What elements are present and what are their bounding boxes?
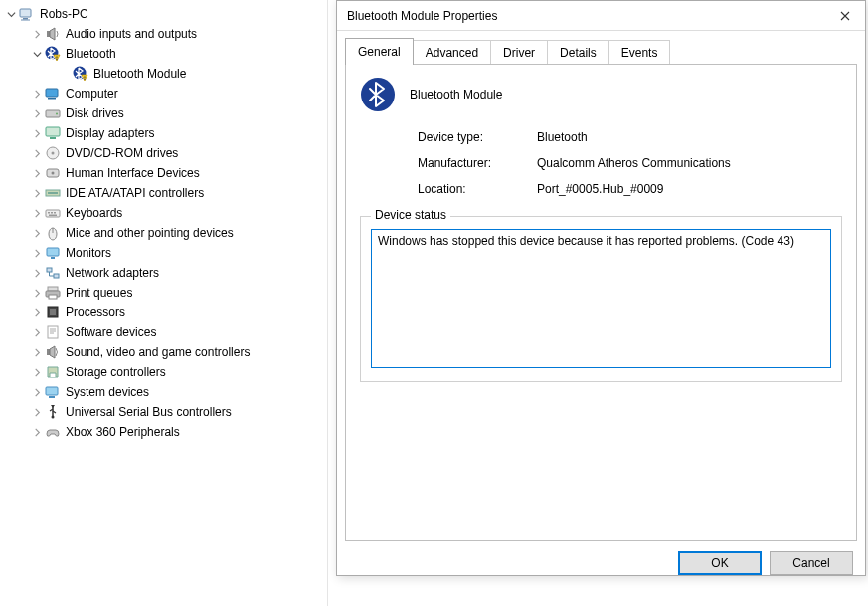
svg-rect-40 — [46, 387, 58, 395]
tree-item-label: Bluetooth — [66, 47, 116, 61]
tree-item[interactable]: DVD/CD-ROM drives — [2, 143, 327, 163]
manufacturer-value: Qualcomm Atheros Communications — [537, 156, 842, 170]
diskdrive-icon — [44, 105, 62, 121]
tree-item[interactable]: Processors — [2, 303, 327, 322]
tab-details[interactable]: Details — [547, 40, 609, 65]
xbox-icon — [44, 424, 62, 440]
close-button[interactable] — [825, 1, 865, 31]
svg-rect-29 — [47, 248, 59, 256]
tree-item[interactable]: Mice and other pointing devices — [2, 223, 327, 243]
tab-panel-general: Bluetooth Module Device type: Bluetooth … — [345, 64, 857, 541]
chevron-right-icon[interactable] — [30, 266, 44, 280]
tab-driver[interactable]: Driver — [490, 40, 548, 65]
tab-advanced[interactable]: Advanced — [413, 40, 491, 65]
device-header: Bluetooth Module — [360, 77, 842, 112]
tree-root-row[interactable]: Robs-PC — [2, 4, 327, 24]
svg-rect-2 — [21, 20, 30, 21]
tree-item[interactable]: Storage controllers — [2, 362, 327, 382]
chevron-right-icon[interactable] — [30, 365, 44, 379]
tab-events[interactable]: Events — [608, 40, 671, 65]
location-value: Port_#0005.Hub_#0009 — [537, 182, 842, 196]
tree-item-label: Display adapters — [66, 126, 154, 140]
svg-rect-6 — [57, 59, 58, 60]
storage-icon — [44, 364, 62, 380]
chevron-right-icon[interactable] — [30, 106, 44, 120]
cancel-button[interactable]: Cancel — [770, 551, 853, 575]
tree-item[interactable]: Xbox 360 Peripherals — [2, 422, 327, 442]
tree-item-label: Software devices — [66, 325, 156, 339]
tree-item[interactable]: System devices — [2, 382, 327, 402]
tree-item-label: Keyboards — [66, 206, 122, 220]
chevron-right-icon[interactable] — [30, 206, 44, 220]
tree-item[interactable]: Universal Serial Bus controllers — [2, 402, 327, 422]
svg-rect-31 — [47, 268, 52, 272]
device-tree[interactable]: Robs-PC Audio inputs and outputsBluetoot… — [0, 0, 328, 606]
device-name: Bluetooth Module — [410, 88, 502, 101]
svg-rect-1 — [23, 18, 28, 20]
svg-rect-11 — [48, 98, 56, 100]
tree-item[interactable]: Software devices — [2, 322, 327, 342]
chevron-down-icon[interactable] — [4, 7, 18, 21]
tree-item-label: DVD/CD-ROM drives — [66, 146, 178, 160]
tree-item[interactable]: IDE ATA/ATAPI controllers — [2, 183, 327, 203]
chevron-right-icon[interactable] — [30, 345, 44, 359]
tab-general[interactable]: General — [345, 38, 414, 65]
chevron-right-icon[interactable] — [30, 126, 44, 140]
tree-item-label: Bluetooth Module — [93, 67, 186, 81]
chevron-right-icon[interactable] — [30, 425, 44, 439]
svg-point-42 — [52, 416, 55, 419]
tree-item[interactable]: Display adapters — [2, 123, 327, 143]
chevron-right-icon[interactable] — [30, 166, 44, 180]
chevron-right-icon[interactable] — [30, 286, 44, 300]
tree-item[interactable]: Audio inputs and outputs — [2, 24, 327, 44]
system-icon — [44, 384, 62, 400]
tree-item-label: Computer — [66, 87, 118, 101]
tree-item[interactable]: Network adapters — [2, 263, 327, 283]
tree-item-label: Monitors — [66, 246, 111, 260]
display-icon — [44, 125, 62, 141]
tree-item[interactable]: Monitors — [2, 243, 327, 263]
tree-item[interactable]: Disk drives — [2, 103, 327, 123]
svg-rect-26 — [49, 215, 57, 217]
ok-button[interactable]: OK — [678, 551, 762, 575]
usb-icon — [44, 404, 62, 420]
tree-item[interactable]: Keyboards — [2, 203, 327, 223]
tree-item-label: IDE ATA/ATAPI controllers — [66, 186, 204, 200]
chevron-right-icon[interactable] — [30, 305, 44, 319]
chevron-right-icon[interactable] — [30, 325, 44, 339]
tree-item-label: Network adapters — [66, 266, 159, 280]
tree-item[interactable]: Bluetooth — [2, 44, 327, 64]
device-status-textbox[interactable] — [371, 229, 831, 368]
chevron-down-icon[interactable] — [30, 47, 44, 61]
hid-icon — [44, 165, 62, 181]
property-grid: Device type: Bluetooth Manufacturer: Qua… — [360, 130, 842, 196]
chevron-right-icon[interactable] — [30, 405, 44, 419]
chevron-right-icon[interactable] — [30, 226, 44, 240]
bluetooth-warn-icon — [44, 46, 62, 62]
tree-item-label: Universal Serial Bus controllers — [66, 405, 232, 419]
chevron-right-icon[interactable] — [30, 385, 44, 399]
tree-item[interactable]: Sound, video and game controllers — [2, 342, 327, 362]
tree-item-label: Audio inputs and outputs — [66, 27, 197, 41]
tree-item[interactable]: Computer — [2, 84, 327, 103]
tree-item-label: Storage controllers — [66, 365, 166, 379]
chevron-right-icon[interactable] — [30, 246, 44, 260]
manufacturer-label: Manufacturer: — [418, 156, 537, 170]
chevron-right-icon[interactable] — [30, 186, 44, 200]
svg-point-17 — [52, 152, 55, 155]
chevron-right-icon[interactable] — [30, 87, 44, 101]
computer-icon — [44, 86, 62, 101]
svg-rect-23 — [48, 212, 50, 214]
tree-item[interactable]: Human Interface Devices — [2, 163, 327, 183]
tree-item-label: System devices — [66, 385, 149, 399]
tree-root-label: Robs-PC — [40, 7, 88, 21]
chevron-right-icon[interactable] — [30, 27, 44, 41]
tree-item[interactable]: Bluetooth Module — [2, 64, 327, 84]
titlebar[interactable]: Bluetooth Module Properties — [337, 1, 865, 31]
tree-item[interactable]: Print queues — [2, 283, 327, 303]
chevron-right-icon[interactable] — [30, 146, 44, 160]
svg-rect-25 — [54, 212, 56, 214]
svg-rect-32 — [54, 274, 59, 278]
svg-rect-37 — [50, 309, 56, 315]
svg-rect-10 — [46, 89, 58, 97]
